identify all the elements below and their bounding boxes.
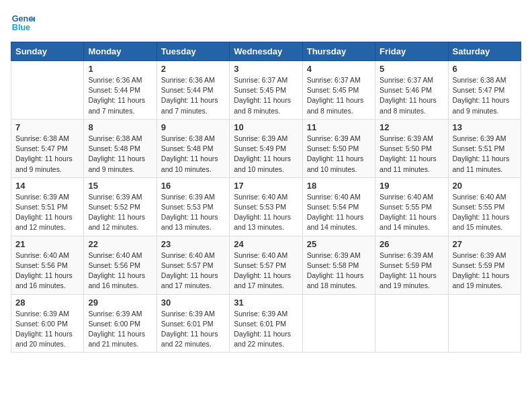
week-row-2: 7Sunrise: 6:38 AMSunset: 5:47 PMDaylight… — [11, 119, 521, 177]
day-number: 14 — [15, 181, 79, 191]
day-number: 11 — [307, 122, 371, 132]
day-number: 6 — [453, 64, 517, 74]
calendar-cell: 10Sunrise: 6:39 AMSunset: 5:49 PMDayligh… — [230, 119, 302, 177]
day-info: Sunrise: 6:37 AMSunset: 5:46 PMDaylight:… — [380, 75, 443, 116]
day-number: 3 — [234, 64, 298, 74]
day-number: 29 — [88, 298, 152, 308]
calendar-cell: 16Sunrise: 6:39 AMSunset: 5:53 PMDayligh… — [157, 177, 229, 236]
day-info: Sunrise: 6:39 AMSunset: 6:00 PMDaylight:… — [88, 309, 152, 350]
day-info: Sunrise: 6:39 AMSunset: 5:51 PMDaylight:… — [15, 192, 79, 233]
day-number: 21 — [15, 239, 79, 249]
day-info: Sunrise: 6:36 AMSunset: 5:44 PMDaylight:… — [161, 75, 225, 116]
day-info: Sunrise: 6:39 AMSunset: 6:01 PMDaylight:… — [234, 309, 298, 350]
calendar-cell: 15Sunrise: 6:39 AMSunset: 5:52 PMDayligh… — [84, 177, 157, 236]
day-info: Sunrise: 6:39 AMSunset: 5:51 PMDaylight:… — [453, 134, 517, 175]
day-number: 22 — [88, 239, 152, 249]
week-row-4: 21Sunrise: 6:40 AMSunset: 5:56 PMDayligh… — [11, 236, 521, 294]
day-info: Sunrise: 6:38 AMSunset: 5:47 PMDaylight:… — [15, 134, 79, 175]
day-info: Sunrise: 6:40 AMSunset: 5:55 PMDaylight:… — [453, 192, 517, 233]
day-info: Sunrise: 6:39 AMSunset: 5:50 PMDaylight:… — [307, 134, 371, 175]
day-number: 1 — [88, 64, 152, 74]
day-info: Sunrise: 6:39 AMSunset: 5:59 PMDaylight:… — [380, 250, 443, 291]
day-info: Sunrise: 6:40 AMSunset: 5:57 PMDaylight:… — [234, 250, 298, 291]
day-number: 2 — [161, 64, 225, 74]
day-number: 28 — [15, 298, 79, 308]
calendar-cell: 1Sunrise: 6:36 AMSunset: 5:44 PMDaylight… — [84, 61, 157, 120]
calendar-cell — [448, 294, 521, 353]
calendar-cell: 25Sunrise: 6:39 AMSunset: 5:58 PMDayligh… — [302, 236, 375, 294]
day-number: 4 — [307, 64, 371, 74]
logo: General Blue — [11, 11, 35, 35]
calendar-body: 1Sunrise: 6:36 AMSunset: 5:44 PMDaylight… — [11, 61, 521, 353]
day-info: Sunrise: 6:39 AMSunset: 5:49 PMDaylight:… — [234, 134, 298, 175]
calendar-cell: 20Sunrise: 6:40 AMSunset: 5:55 PMDayligh… — [448, 177, 521, 236]
day-number: 17 — [234, 181, 298, 191]
day-number: 25 — [307, 239, 371, 249]
calendar-cell: 21Sunrise: 6:40 AMSunset: 5:56 PMDayligh… — [11, 236, 84, 294]
calendar-cell: 18Sunrise: 6:40 AMSunset: 5:54 PMDayligh… — [302, 177, 375, 236]
weekday-header-sunday: Sunday — [11, 42, 84, 61]
calendar-cell: 2Sunrise: 6:36 AMSunset: 5:44 PMDaylight… — [157, 61, 229, 120]
calendar-cell — [11, 61, 84, 120]
weekday-header-thursday: Thursday — [302, 42, 375, 61]
day-number: 26 — [380, 239, 443, 249]
day-number: 16 — [161, 181, 225, 191]
week-row-1: 1Sunrise: 6:36 AMSunset: 5:44 PMDaylight… — [11, 61, 521, 120]
calendar-cell: 12Sunrise: 6:39 AMSunset: 5:50 PMDayligh… — [375, 119, 448, 177]
weekday-header-friday: Friday — [375, 42, 448, 61]
calendar-cell: 23Sunrise: 6:40 AMSunset: 5:57 PMDayligh… — [157, 236, 229, 294]
calendar-cell: 29Sunrise: 6:39 AMSunset: 6:00 PMDayligh… — [84, 294, 157, 353]
day-info: Sunrise: 6:39 AMSunset: 5:52 PMDaylight:… — [88, 192, 152, 233]
day-info: Sunrise: 6:40 AMSunset: 5:57 PMDaylight:… — [161, 250, 225, 291]
calendar-cell: 3Sunrise: 6:37 AMSunset: 5:45 PMDaylight… — [230, 61, 302, 120]
day-number: 8 — [88, 122, 152, 132]
day-info: Sunrise: 6:40 AMSunset: 5:56 PMDaylight:… — [15, 250, 79, 291]
day-info: Sunrise: 6:38 AMSunset: 5:47 PMDaylight:… — [453, 75, 517, 116]
day-info: Sunrise: 6:40 AMSunset: 5:56 PMDaylight:… — [88, 250, 152, 291]
day-info: Sunrise: 6:40 AMSunset: 5:54 PMDaylight:… — [307, 192, 371, 233]
svg-text:Blue: Blue — [12, 23, 30, 32]
day-info: Sunrise: 6:39 AMSunset: 5:58 PMDaylight:… — [307, 250, 371, 291]
day-number: 9 — [161, 122, 225, 132]
calendar-cell: 28Sunrise: 6:39 AMSunset: 6:00 PMDayligh… — [11, 294, 84, 353]
weekday-header-row: SundayMondayTuesdayWednesdayThursdayFrid… — [11, 42, 521, 61]
day-info: Sunrise: 6:39 AMSunset: 6:00 PMDaylight:… — [15, 309, 79, 350]
logo-icon: General Blue — [11, 11, 35, 35]
calendar-cell: 24Sunrise: 6:40 AMSunset: 5:57 PMDayligh… — [230, 236, 302, 294]
day-info: Sunrise: 6:40 AMSunset: 5:53 PMDaylight:… — [234, 192, 298, 233]
calendar-cell: 19Sunrise: 6:40 AMSunset: 5:55 PMDayligh… — [375, 177, 448, 236]
day-info: Sunrise: 6:37 AMSunset: 5:45 PMDaylight:… — [307, 75, 371, 116]
day-number: 15 — [88, 181, 152, 191]
day-number: 10 — [234, 122, 298, 132]
weekday-header-wednesday: Wednesday — [230, 42, 302, 61]
calendar-cell: 14Sunrise: 6:39 AMSunset: 5:51 PMDayligh… — [11, 177, 84, 236]
day-info: Sunrise: 6:38 AMSunset: 5:48 PMDaylight:… — [88, 134, 152, 175]
calendar-table: SundayMondayTuesdayWednesdayThursdayFrid… — [11, 42, 521, 353]
calendar-cell: 11Sunrise: 6:39 AMSunset: 5:50 PMDayligh… — [302, 119, 375, 177]
calendar-cell: 6Sunrise: 6:38 AMSunset: 5:47 PMDaylight… — [448, 61, 521, 120]
day-number: 30 — [161, 298, 225, 308]
calendar-cell: 7Sunrise: 6:38 AMSunset: 5:47 PMDaylight… — [11, 119, 84, 177]
calendar-cell: 30Sunrise: 6:39 AMSunset: 6:01 PMDayligh… — [157, 294, 229, 353]
calendar-cell: 13Sunrise: 6:39 AMSunset: 5:51 PMDayligh… — [448, 119, 521, 177]
page-header: General Blue — [11, 11, 521, 35]
calendar-cell: 26Sunrise: 6:39 AMSunset: 5:59 PMDayligh… — [375, 236, 448, 294]
day-info: Sunrise: 6:40 AMSunset: 5:55 PMDaylight:… — [380, 192, 443, 233]
week-row-3: 14Sunrise: 6:39 AMSunset: 5:51 PMDayligh… — [11, 177, 521, 236]
day-number: 23 — [161, 239, 225, 249]
calendar-cell: 17Sunrise: 6:40 AMSunset: 5:53 PMDayligh… — [230, 177, 302, 236]
day-number: 18 — [307, 181, 371, 191]
weekday-header-tuesday: Tuesday — [157, 42, 229, 61]
day-number: 12 — [380, 122, 443, 132]
day-number: 31 — [234, 298, 298, 308]
day-info: Sunrise: 6:39 AMSunset: 5:53 PMDaylight:… — [161, 192, 225, 233]
calendar-cell: 31Sunrise: 6:39 AMSunset: 6:01 PMDayligh… — [230, 294, 302, 353]
calendar-cell: 22Sunrise: 6:40 AMSunset: 5:56 PMDayligh… — [84, 236, 157, 294]
day-number: 20 — [453, 181, 517, 191]
calendar-cell: 4Sunrise: 6:37 AMSunset: 5:45 PMDaylight… — [302, 61, 375, 120]
day-info: Sunrise: 6:37 AMSunset: 5:45 PMDaylight:… — [234, 75, 298, 116]
day-info: Sunrise: 6:38 AMSunset: 5:48 PMDaylight:… — [161, 134, 225, 175]
day-number: 27 — [453, 239, 517, 249]
day-number: 19 — [380, 181, 443, 191]
day-info: Sunrise: 6:39 AMSunset: 6:01 PMDaylight:… — [161, 309, 225, 350]
